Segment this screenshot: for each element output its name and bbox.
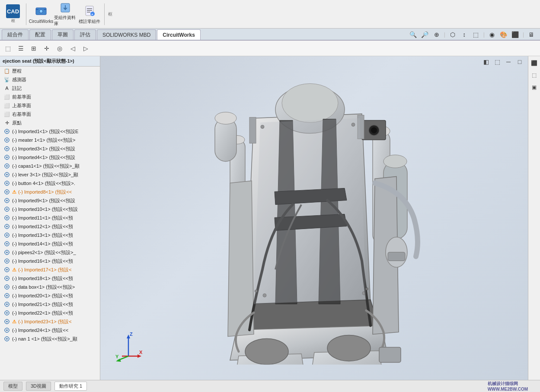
tree-item-imported18[interactable]: (-) Imported18<1> (預設<<預 [0,274,100,283]
tree-item-imported8[interactable]: ⚠(-) Imported8<1> (預設<< [0,188,100,196]
tree-item-imported11[interactable]: (-) Imported11<1> (預設<<預 [0,214,100,222]
tree-icon-imported1 [3,128,10,135]
sec-btn-grid[interactable]: ⊞ [28,42,40,54]
secondary-toolbar: ⬚ ☰ ⊞ ✛ ◎ ◁ ▷ [0,41,540,56]
svg-point-37 [6,165,8,167]
tab-eval[interactable]: 評估 [74,29,96,40]
minimize-btn[interactable]: ─ [504,57,513,67]
tab-mbd[interactable]: SOLIDWORKS MBD [97,29,156,40]
tree-label-capas1: (-) capas1<1> (預設<<預設>_顯 [12,163,80,169]
tree-item-imported21[interactable]: (-) Imported21<1> (預設<<預 [0,300,100,309]
zoom-icon[interactable]: 🔎 [420,29,430,40]
status-tab-motion[interactable]: 動作研究 1 [54,382,87,391]
restore-btn[interactable]: □ [515,57,524,67]
tree-item-imported17[interactable]: ⚠(-) Imported17<1> (預設< [0,265,100,274]
tree-item-imported20[interactable]: (-) Imported20<1> (預設<<預 [0,291,100,300]
svg-point-103 [6,260,8,262]
model-container [100,56,528,380]
expand-left-btn[interactable]: ◧ [481,57,491,67]
tree-icon-history: 📋 [3,67,10,74]
tree-item-front-plane[interactable]: ⬜前基準面 [0,92,100,101]
tree-item-databox1[interactable]: (-) data box<1> (預設<<預設> [0,283,100,291]
tab-assembly[interactable]: 組合件 [2,29,29,40]
render-icon[interactable]: ◉ [487,29,497,40]
tree-icon-sensor: 📡 [3,76,10,83]
svg-rect-204 [249,117,256,143]
tree-item-button4[interactable]: (-) button 4<1> (預設<<預設>. [0,179,100,188]
top-toolbar: CAD 框 CircuitWorks 受組件資料庫 [0,0,540,29]
tree-item-lever3[interactable]: (-) lever 3<1> (預設<<預設>_顯 [0,170,100,179]
svg-point-185 [245,338,288,364]
svg-text:Y: Y [115,354,119,359]
status-tab-3dview[interactable]: 3D視圖 [26,382,51,391]
tree-item-imported9[interactable]: (-) Imported9<1> (預設<<預設 [0,196,100,205]
left-panel: ejection seat (預設<顯示狀態-1>) 📋歷程📡感測器A註記⬜前基… [0,56,100,380]
tab-drawing[interactable]: 草圖 [52,29,73,40]
view-arrow-icon[interactable]: ↕ [459,29,470,40]
tree-item-annotation[interactable]: A註記 [0,84,100,92]
status-tab-model[interactable]: 模型 [3,382,22,391]
tree-item-imported23[interactable]: ⚠(-) Imported23<1> (預設< [0,317,100,326]
tree-item-imported16[interactable]: (-) Imported16<1> (預設<<預 [0,257,100,265]
select-icon[interactable]: ⊕ [431,29,442,40]
right-btn-2[interactable]: ⬚ [529,70,540,80]
sec-btn-target[interactable]: ◎ [54,42,66,54]
svg-point-79 [6,226,8,227]
tree-item-imported24[interactable]: (-) Imported24<1> (預設<< [0,326,100,335]
tree-item-nan1[interactable]: (-) nan 1 <1> (預設<<預設>_顯 [0,335,100,343]
display-icon[interactable]: 🎨 [498,29,509,40]
right-btn-3[interactable]: ▣ [529,82,540,92]
svg-point-97 [6,252,8,253]
tree-label-imported1: (-) Imported1<1> (預設<<預設E [12,128,78,135]
tree-label-imported14: (-) Imported14<1> (預設<<預 [12,241,73,247]
annotate-button[interactable]: + 標註零組件 [78,2,101,26]
tab-circuitworks[interactable]: CircuitWorks [157,29,200,40]
tree-item-history[interactable]: 📋歷程 [0,67,100,75]
tree-label-imported21: (-) Imported21<1> (預設<<預 [12,301,73,308]
svg-point-169 [282,83,338,122]
tree-item-pipees2[interactable]: (-) pipees2<1> (預設<<預設>_ [0,248,100,257]
view3d-icon[interactable]: ⬡ [447,29,458,40]
tree-item-meater1[interactable]: (-) meater 1<1> (預設<<預設> [0,136,100,144]
tree-item-imported3[interactable]: (-) Imported3<1> (預設<<預設 [0,144,100,153]
tree-label-annotation: 註記 [12,85,22,92]
viewport[interactable]: Z X Y ◧ ⬚ ─ □ [100,56,528,380]
warning-badge-imported23: ⚠ [12,319,16,325]
tree-item-sensor[interactable]: 📡感測器 [0,75,100,84]
tree-item-imported22[interactable]: (-) Imported22<1> (預設<<預 [0,309,100,317]
svg-point-43 [6,174,8,175]
tree-item-capas1[interactable]: (-) capas1<1> (預設<<預設>_顯 [0,162,100,170]
tree-icon-imported3 [3,145,10,152]
sec-btn-next[interactable]: ▷ [80,42,92,54]
watermark-line1: 机械设计猫综网 [488,381,528,386]
svg-text:+: + [91,13,93,16]
tree-item-imported14[interactable]: (-) Imported14<1> (預設<<預 [0,239,100,248]
circuitworks-button[interactable]: CircuitWorks [30,2,52,26]
tab-config[interactable]: 配置 [29,29,51,40]
box-icon[interactable]: ⬚ [471,29,481,40]
svg-point-61 [6,200,8,201]
tree-item-imported1[interactable]: (-) Imported1<1> (預設<<預設E [0,127,100,136]
receive-components-button[interactable]: 受組件資料庫 [54,2,77,26]
tree-label-imported10: (-) Imported10<1> (預設<<預設 [12,206,78,213]
tree-item-right-plane[interactable]: ⬜右基準面 [0,110,100,118]
search-icon[interactable]: 🔍 [408,29,419,40]
tree-item-origin[interactable]: ✛原點 [0,118,100,127]
sec-btn-cross[interactable]: ✛ [41,42,53,54]
tree-item-imported13[interactable]: (-) Imported13<1> (預設<<預 [0,231,100,239]
split-view-btn[interactable]: ⬚ [492,57,502,67]
apply-icon[interactable]: ⬛ [510,29,521,40]
tree-label-imported17: (-) Imported17<1> (預設< [18,267,72,273]
sec-btn-filter[interactable]: ⬚ [2,42,14,54]
tree-label-history: 歷程 [12,68,22,74]
right-btn-1[interactable]: ⬛ [529,58,540,68]
tree-item-imported12[interactable]: (-) Imported12<1> (預設<<預 [0,222,100,231]
svg-point-127 [6,295,8,296]
monitor-icon[interactable]: 🖥 [526,29,537,40]
tree-label-right-plane: 右基準面 [12,111,31,118]
tree-item-top-plane[interactable]: ⬜上基準面 [0,101,100,110]
sec-btn-prev[interactable]: ◁ [67,42,79,54]
tree-item-imported10[interactable]: (-) Imported10<1> (預設<<預設 [0,205,100,214]
tree-item-imported4[interactable]: (-) Imported4<1> (預設<<預設 [0,153,100,162]
sec-btn-list[interactable]: ☰ [15,42,27,54]
